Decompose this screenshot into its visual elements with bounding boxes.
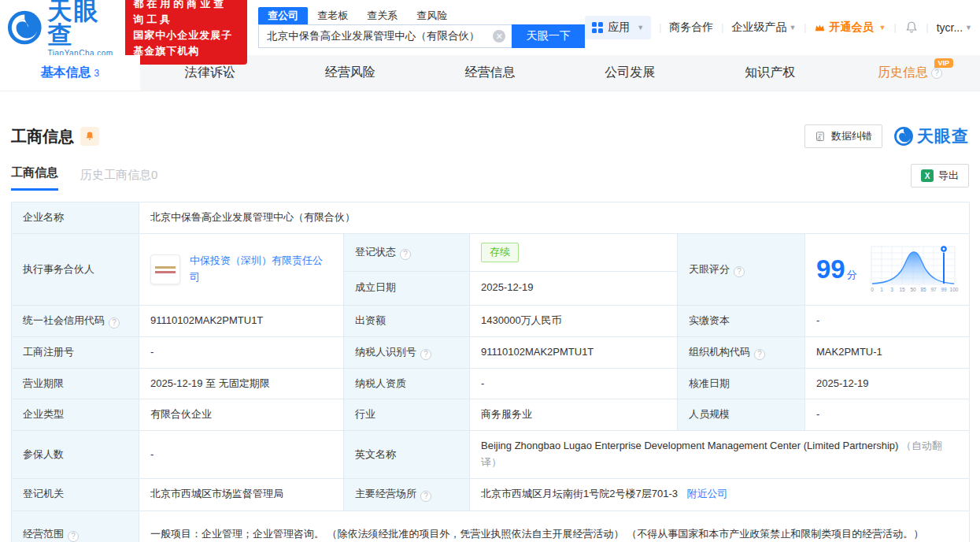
business-info-table: 企业名称 北京中保鲁高企业发展管理中心（有限合伙） 执行事务合伙人 中保投资（深… (11, 202, 970, 542)
divider: | (804, 22, 806, 33)
tab-history-info[interactable]: VIP 历史信息 ? (840, 55, 980, 91)
table-row: 执行事务合伙人 中保投资（深圳）有限责任公司 登记状态? 存续 天眼评分? 99… (12, 234, 970, 272)
notification-bell-icon[interactable] (904, 20, 919, 35)
tab-basic-info[interactable]: 基本信息 3 (0, 55, 140, 91)
bell-icon (84, 131, 95, 142)
help-icon[interactable]: ? (754, 349, 765, 360)
paid-capital-label: 实缴资本 (678, 306, 805, 337)
score-label-cell: 天眼评分? (678, 234, 805, 306)
address-label: 主要经营场所 (355, 488, 416, 499)
address-value: 北京市西城区月坛南街1号院2号楼7层701-3 附近公司 (470, 478, 970, 510)
table-row: 企业名称 北京中保鲁高企业发展管理中心（有限合伙） (12, 202, 970, 234)
business-scope-label-cell: 经营范围? (12, 510, 139, 542)
chevron-down-icon: ▼ (965, 24, 972, 32)
svg-text:99: 99 (941, 287, 947, 292)
insured-value: - (139, 431, 344, 479)
staff-size-label: 人员规模 (678, 399, 805, 431)
help-icon[interactable]: ? (931, 68, 942, 79)
user-menu[interactable]: tycr... ▼ (937, 21, 972, 34)
subtab-business-info[interactable]: 工商信息 (11, 165, 58, 191)
svg-text:3: 3 (890, 287, 893, 292)
divider: | (659, 22, 661, 33)
export-button[interactable]: X 导出 (911, 164, 969, 187)
score-distribution-chart[interactable]: 0 1 3 15 50 85 97 99 100 (868, 243, 961, 296)
chevron-down-icon: ▼ (637, 24, 644, 32)
search-tab-boss[interactable]: 查老板 (308, 7, 357, 24)
score-label: 天眼评分 (689, 263, 730, 275)
tab-company-development[interactable]: 公司发展 (560, 55, 700, 91)
score-value: 99 (816, 254, 845, 284)
svg-text:0: 0 (871, 287, 874, 292)
table-row: 企业类型 有限合伙企业 行业 商务服务业 人员规模 - (12, 399, 970, 431)
org-code-label: 组织机构代码 (689, 346, 750, 358)
tianyancha-logo-icon (6, 7, 43, 48)
reg-no-value: - (139, 336, 344, 368)
main-content: 工商信息 数据纠错 (0, 91, 980, 542)
data-correction-button[interactable]: 数据纠错 (804, 124, 882, 148)
status-badge: 存续 (481, 243, 519, 262)
menu-cooperation[interactable]: 商务合作 (669, 20, 713, 35)
tianyancha-logo-icon (893, 126, 914, 147)
tab-operating-risk[interactable]: 经营风险 (280, 55, 420, 91)
tianyancha-logo[interactable]: 天眼查 TianYanCha.com (6, 0, 117, 58)
address-text: 北京市西城区月坛南街1号院2号楼7层701-3 (481, 488, 678, 499)
search-button[interactable]: 天眼一下 (512, 24, 585, 48)
search-tab-relation[interactable]: 查关系 (357, 7, 407, 24)
partner-value: 中保投资（深圳）有限责任公司 (139, 234, 344, 306)
menu-enterprise[interactable]: 企业级产品 ▼ (731, 20, 796, 35)
company-type-label: 企业类型 (12, 399, 139, 431)
search-module: 查公司 查老板 查关系 查风险 ✕ 天眼一下 (258, 7, 585, 48)
table-row: 统一社会信用代码? 91110102MAK2PMTU1T 出资额 1430000… (12, 306, 970, 337)
taxpayer-id-label-cell: 纳税人识别号? (344, 336, 470, 368)
help-icon[interactable]: ? (420, 491, 431, 502)
help-icon[interactable]: ? (400, 249, 411, 260)
apps-menu[interactable]: 应用 ▼ (585, 16, 651, 39)
promo-line-1: 都在用的商业查询工具 (133, 0, 239, 28)
help-icon[interactable]: ? (109, 317, 120, 329)
search-tab-company[interactable]: 查公司 (258, 7, 308, 24)
org-code-value: MAK2PMTU-1 (805, 336, 970, 368)
svg-text:97: 97 (930, 287, 937, 292)
table-row: 登记机关 北京市西城区市场监督管理局 主要经营场所? 北京市西城区月坛南街1号院… (12, 478, 970, 510)
capital-label: 出资额 (344, 306, 470, 337)
capital-value: 1430000万人民币 (470, 306, 678, 337)
business-scope-value: 一般项目：企业管理；企业管理咨询。 （除依法须经批准的项目外，凭营业执照依法自主… (139, 510, 970, 542)
subscribe-bell-button[interactable] (80, 127, 99, 146)
search-tabs: 查公司 查老板 查关系 查风险 (258, 7, 585, 24)
status-value: 存续 (470, 234, 678, 272)
nearby-companies-link[interactable]: 附近公司 (687, 488, 728, 499)
english-name-label: 英文名称 (344, 431, 470, 479)
data-correction-label: 数据纠错 (831, 129, 872, 143)
credit-code-label-cell: 统一社会信用代码? (12, 306, 139, 337)
table-row: 工商注册号 - 纳税人识别号? 91110102MAK2PMTU1T 组织机构代… (12, 336, 970, 368)
chevron-down-icon: ▼ (878, 24, 886, 32)
tab-operating-info[interactable]: 经营信息 (420, 55, 560, 91)
help-icon[interactable]: ? (420, 349, 431, 360)
search-input[interactable] (258, 24, 512, 48)
crown-icon (814, 22, 826, 34)
vip-upgrade-link[interactable]: 开通会员 ▼ (814, 20, 886, 35)
tab-legal[interactable]: 法律诉讼 (140, 55, 280, 91)
tab-intellectual-property[interactable]: 知识产权 (700, 55, 840, 91)
correction-icon (815, 131, 827, 143)
company-nav-tabs: 基本信息 3 法律诉讼 经营风险 经营信息 公司发展 知识产权 VIP 历史信息… (0, 55, 980, 91)
registration-authority-label: 登记机关 (12, 478, 139, 510)
address-label-cell: 主要经营场所? (344, 478, 470, 510)
search-tab-risk[interactable]: 查风险 (407, 7, 457, 24)
term-value: 2025-12-19 至 无固定期限 (139, 368, 344, 399)
help-icon[interactable]: ? (68, 531, 79, 542)
established-label: 成立日期 (344, 271, 470, 305)
chevron-down-icon: ▼ (789, 24, 796, 32)
taxpayer-quality-value: - (470, 368, 678, 399)
watermark-logo-text: 天眼查 (917, 125, 969, 147)
paid-capital-value: - (805, 306, 970, 337)
svg-text:50: 50 (910, 287, 916, 292)
tab-basic-info-label: 基本信息 (41, 65, 91, 81)
subtab-history-business-info[interactable]: 历史工商信息0 (80, 168, 157, 191)
partner-company-link[interactable]: 中保投资（深圳）有限责任公司 (190, 253, 332, 286)
section-title: 工商信息 (11, 126, 74, 147)
watermark-logo: 天眼查 (893, 125, 969, 147)
help-icon[interactable]: ? (734, 266, 745, 277)
svg-text:1: 1 (880, 287, 883, 292)
divider: | (926, 22, 929, 33)
